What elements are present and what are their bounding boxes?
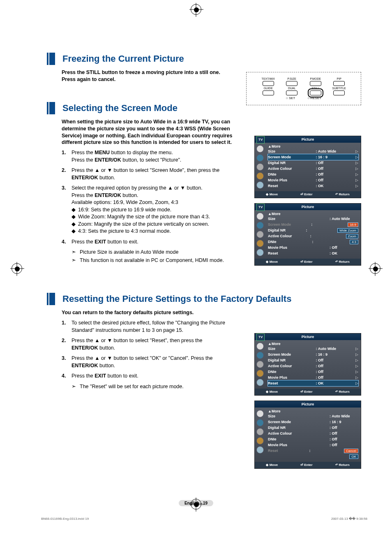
step-num: 1. <box>62 320 71 334</box>
osd-block-3: TVPicture ▲More Size: Auto Wide▷ Screen … <box>254 333 361 474</box>
osd-picture-4: Picture ▲More Size: Auto Wide Screen Mod… <box>254 401 361 469</box>
step-text: Press the ▲ or ▼ button to select "Reset… <box>71 337 230 352</box>
step-text: Select the required option by pressing t… <box>71 185 242 235</box>
remote-label: STILL <box>307 87 325 90</box>
step-num: 3. <box>62 355 71 369</box>
note: The "Reset" will be set for each picture… <box>71 383 252 391</box>
step-num: 1. <box>62 149 71 164</box>
step-text: Press the ▲ or ▼ button to select "OK" o… <box>71 355 230 369</box>
section2-intro: When setting the picture size to Auto Wi… <box>62 118 234 146</box>
remote-label: GUIDE <box>259 87 277 90</box>
step-num: 4. <box>62 239 71 246</box>
section1-title: Freezing the Current Picture <box>49 53 361 65</box>
remote-label: PIP <box>330 77 348 80</box>
footer-right: 2007-03-13 �� 9:38:58 <box>331 517 367 521</box>
remote-diagram: TEXT/MIX P.SIZE P.MODE PIP GUIDE DUAL ST… <box>246 72 361 105</box>
note: Picture Size is available in Auto Wide m… <box>71 249 252 256</box>
step-num: 2. <box>62 167 71 181</box>
registration-mark-bottom <box>191 499 201 510</box>
step-text: To select the desired picture effect, fo… <box>71 320 230 334</box>
osd-block: TVPicture ▲More Size: Auto Wide▷ Screen … <box>254 136 361 271</box>
note: This function is not available in PC or … <box>71 257 252 264</box>
bullet: 16:9: Sets the picture to 16:9 wide mode… <box>71 206 242 214</box>
bullet: Zoom: Magnify the size of the picture ve… <box>71 221 242 228</box>
bullet: 4:3: Sets the picture to 4:3 normal mode… <box>71 228 242 235</box>
step-text: Press the EXIT button to exit. <box>71 239 242 246</box>
step-text: Press the EXIT button to exit. <box>71 373 230 380</box>
osd-picture-3: TVPicture ▲More Size: Auto Wide▷ Screen … <box>254 333 361 396</box>
remote-label: DUAL <box>283 87 301 90</box>
bullet: Wide Zoom: Magnify the size of the pictu… <box>71 213 242 221</box>
step-num: 2. <box>62 337 71 352</box>
section3-title: Resetting the Picture Settings to the Fa… <box>49 293 361 305</box>
osd-picture-2: TVPicture ▲More Size: Auto Wide Screen M… <box>254 203 361 266</box>
step-text: Press the MENU button to display the men… <box>71 149 242 164</box>
step-num: 3. <box>62 185 71 235</box>
remote-label: ○ SET <box>286 96 295 100</box>
section3-intro: You can return to the factory defaults p… <box>62 309 230 316</box>
remote-label: P.SIZE <box>283 77 301 80</box>
remote-label: ○ RESET <box>307 96 321 100</box>
osd-picture-1: TVPicture ▲More Size: Auto Wide▷ Screen … <box>254 136 361 198</box>
remote-label: P.MODE <box>307 77 325 80</box>
footer-left: BN68-01169B-Eng-0313.indd 19 <box>41 517 89 521</box>
step-num: 4. <box>62 373 71 380</box>
remote-label: SUBTITLE <box>330 87 348 90</box>
step-text: Press the ▲ or ▼ button to select "Scree… <box>71 167 242 181</box>
section1-intro: Press the STILL button to freeze a movin… <box>62 69 234 83</box>
remote-label: TEXT/MIX <box>259 77 277 80</box>
section2-title: Selecting the Screen Mode <box>49 102 361 114</box>
